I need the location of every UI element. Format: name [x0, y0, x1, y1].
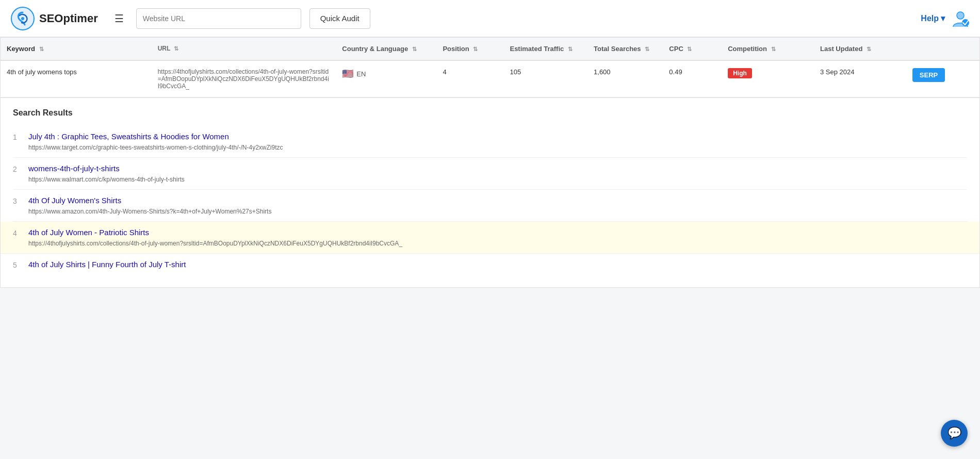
col-header-position: Position ⇅	[436, 38, 503, 60]
keyword-table: Keyword ⇅ URL ⇅ Country & Language ⇅ Pos…	[1, 38, 979, 97]
result-title-2[interactable]: womens-4th-of-july-t-shirts	[28, 164, 967, 173]
sort-icon-lastupdated[interactable]: ⇅	[867, 46, 871, 53]
col-header-estimated-traffic: Estimated Traffic ⇅	[503, 38, 587, 60]
result-number-3: 3	[13, 196, 22, 205]
hamburger-button[interactable]: ☰	[110, 10, 128, 27]
col-header-total-searches: Total Searches ⇅	[587, 38, 663, 60]
avatar-icon	[951, 9, 970, 28]
result-number-2: 2	[13, 164, 22, 173]
cell-cpc: 0.49	[663, 60, 722, 97]
result-url-2: https://www.walmart.com/c/kp/womens-4th-…	[28, 176, 185, 183]
search-result-item-3: 3 4th Of July Women's Shirts https://www…	[13, 190, 967, 222]
result-title-1[interactable]: July 4th : Graphic Tees, Sweatshirts & H…	[28, 132, 967, 141]
sort-icon-traffic[interactable]: ⇅	[568, 46, 573, 53]
cell-last-updated: 3 Sep 2024	[814, 60, 906, 97]
language-code: EN	[356, 70, 366, 78]
main-header: SEOptimer ☰ Quick Audit Help ▾	[0, 0, 980, 37]
quick-audit-button[interactable]: Quick Audit	[309, 8, 370, 29]
col-header-keyword: Keyword ⇅	[1, 38, 152, 60]
result-number-1: 1	[13, 132, 22, 141]
cell-position: 4	[436, 60, 503, 97]
competition-badge: High	[728, 68, 752, 78]
sort-icon-cpc[interactable]: ⇅	[687, 46, 692, 53]
result-url-1: https://www.target.com/c/graphic-tees-sw…	[28, 144, 283, 151]
svg-point-2	[957, 12, 964, 19]
search-result-item-5: 5 4th of July Shirts | Funny Fourth of J…	[13, 254, 967, 277]
sort-icon-url[interactable]: ⇅	[174, 45, 178, 52]
result-number-5: 5	[13, 260, 22, 269]
table-header-row: Keyword ⇅ URL ⇅ Country & Language ⇅ Pos…	[1, 38, 979, 60]
col-header-country-language: Country & Language ⇅	[336, 38, 436, 60]
result-title-4[interactable]: 4th of July Women - Patriotic Shirts	[28, 228, 967, 237]
col-header-serp	[906, 38, 979, 60]
result-url-4: https://4thofjulyshirts.com/collections/…	[28, 240, 402, 247]
logo-icon	[10, 6, 35, 31]
cell-keyword: 4th of july womens tops	[1, 60, 152, 97]
sort-icon-searches[interactable]: ⇅	[645, 46, 649, 53]
url-input[interactable]	[136, 8, 301, 29]
result-content-4: 4th of July Women - Patriotic Shirts htt…	[28, 228, 967, 247]
svg-point-1	[21, 17, 24, 20]
help-button[interactable]: Help ▾	[921, 13, 945, 23]
cell-competition: High	[722, 60, 814, 97]
result-title-3[interactable]: 4th Of July Women's Shirts	[28, 196, 967, 205]
logo-text: SEOptimer	[39, 12, 98, 25]
search-results-title: Search Results	[13, 108, 967, 118]
search-result-item-2: 2 womens-4th-of-july-t-shirts https://ww…	[13, 158, 967, 190]
cell-url: https://4thofjulyshirts.com/collections/…	[152, 60, 336, 97]
cell-total-searches: 1,600	[587, 60, 663, 97]
cell-estimated-traffic: 105	[503, 60, 587, 97]
result-number-4: 4	[13, 228, 22, 237]
keyword-table-section: Keyword ⇅ URL ⇅ Country & Language ⇅ Pos…	[0, 37, 980, 98]
search-result-item-4: 4 4th of July Women - Patriotic Shirts h…	[1, 222, 979, 254]
col-header-cpc: CPC ⇅	[663, 38, 722, 60]
sort-icon-country[interactable]: ⇅	[412, 46, 417, 53]
search-results-section: Search Results 1 July 4th : Graphic Tees…	[0, 98, 980, 288]
col-header-url: URL ⇅	[152, 38, 336, 60]
serp-button[interactable]: SERP	[912, 68, 945, 82]
result-content-5: 4th of July Shirts | Funny Fourth of Jul…	[28, 260, 967, 271]
result-url-3: https://www.amazon.com/4th-July-Womens-S…	[28, 208, 271, 215]
help-chevron-icon: ▾	[941, 13, 945, 23]
result-title-5[interactable]: 4th of July Shirts | Funny Fourth of Jul…	[28, 260, 967, 269]
col-header-competition: Competition ⇅	[722, 38, 814, 60]
table-row: 4th of july womens tops https://4thofjul…	[1, 60, 979, 97]
header-right: Help ▾	[921, 9, 970, 28]
col-header-last-updated: Last Updated ⇅	[814, 38, 906, 60]
flag-icon: 🇺🇸	[342, 68, 353, 79]
result-content-1: July 4th : Graphic Tees, Sweatshirts & H…	[28, 132, 967, 151]
search-result-item-1: 1 July 4th : Graphic Tees, Sweatshirts &…	[13, 126, 967, 158]
result-content-2: womens-4th-of-july-t-shirts https://www.…	[28, 164, 967, 183]
help-label: Help	[921, 14, 939, 23]
sort-icon-competition[interactable]: ⇅	[771, 46, 776, 53]
cell-country-language: 🇺🇸 EN	[336, 60, 436, 97]
result-content-3: 4th Of July Women's Shirts https://www.a…	[28, 196, 967, 215]
logo-area: SEOptimer	[10, 6, 98, 31]
main-content: Keyword ⇅ URL ⇅ Country & Language ⇅ Pos…	[0, 37, 980, 288]
cell-serp: SERP	[906, 60, 979, 97]
sort-icon-position[interactable]: ⇅	[473, 46, 478, 53]
sort-icon-keyword[interactable]: ⇅	[39, 46, 44, 53]
